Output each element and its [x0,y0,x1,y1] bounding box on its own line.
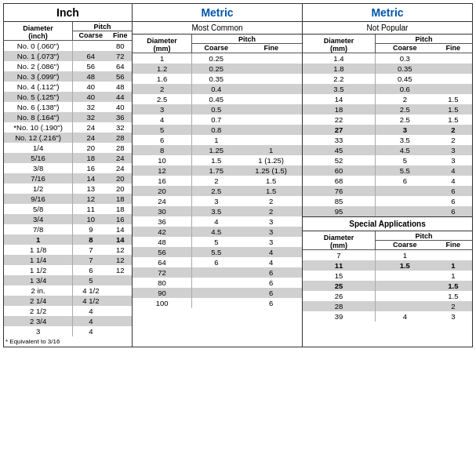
coarse-cell [192,298,241,308]
coarse-cell: 2.5 [192,186,241,196]
fine-cell: 6 [240,298,302,308]
fine-cell [240,104,302,114]
diameter-cell: 85 [303,196,375,206]
table-row: No. 0 (.060")80 [4,41,132,52]
inch-title: Inch [4,4,132,22]
table-row: 7/8914 [4,224,132,234]
diameter-cell: 4 [133,114,192,125]
diameter-cell: 3 [133,104,192,114]
fine-cell: 2 [240,206,302,216]
mnp-fine-header: Fine [434,44,472,53]
coarse-cell: 0.45 [375,74,434,84]
coarse-cell: 24 [73,133,109,143]
coarse-cell: 1.25 [192,145,241,155]
coarse-cell: 2 [375,94,434,104]
diameter-cell: 60 [303,165,375,176]
table-row: No. 6 (.138")3240 [4,102,132,112]
table-row: 3643 [133,216,302,227]
table-row: 222.51.5 [303,114,472,125]
diameter-cell: 1.4 [303,53,375,64]
coarse-cell: 7 [73,255,109,265]
coarse-cell: 4 [73,306,109,316]
sp-header-top: Diameter(mm) Pitch [303,231,472,241]
diameter-cell: 15 [303,271,375,281]
inch-dia-header: Diameter(inch) [4,22,73,41]
fine-cell: 1.5 [434,281,472,291]
diameter-cell: 2.5 [133,94,192,104]
fine-cell [240,84,302,94]
table-row: 333.52 [303,135,472,145]
table-row: 5/81118 [4,204,132,214]
table-row: 2.20.45 [303,74,472,84]
fine-cell: 6 [240,267,302,278]
diameter-cell: 80 [133,278,192,288]
diameter-cell: 3/4 [4,214,73,224]
coarse-cell [192,288,241,298]
coarse-cell: 6 [375,176,434,186]
diameter-cell: *No. 10 (.190") [4,122,73,133]
table-row: 5253 [303,155,472,165]
inch-table: Diameter(inch) Pitch Coarse Fine No. 0 (… [4,22,132,336]
table-row: 1621.5 [133,176,302,186]
diameter-cell: 1 1/4 [4,255,73,265]
diameter-cell: 5 [133,125,192,135]
fine-cell: 6 [434,196,472,206]
fine-cell: 1 (1.25) [240,155,302,165]
metric-common-subtitle: Most Common [133,22,302,35]
diameter-cell: 48 [133,237,192,247]
coarse-cell: 0.3 [375,53,434,64]
diameter-cell: 1 3/4 [4,275,73,285]
inch-pitch-header: Pitch [73,22,132,31]
fine-cell: 14 [109,234,132,245]
coarse-cell [192,278,241,288]
diameter-cell: 1 [133,53,192,64]
table-row: 10.25 [133,53,302,64]
coarse-cell: 4 [73,326,109,336]
coarse-cell: 2.5 [375,104,434,114]
fine-cell: 24 [109,163,132,173]
table-row: 20.4 [133,84,302,94]
fine-cell: 4 [434,165,472,176]
diameter-cell: 1/2 [4,183,73,194]
diameter-cell: No. 2 (.086") [4,61,73,71]
table-row: 5/161824 [4,153,132,163]
coarse-cell: 40 [73,82,109,92]
fine-cell: 18 [109,194,132,204]
diameter-cell: 95 [303,206,375,216]
coarse-cell [192,267,241,278]
diameter-cell: 72 [133,267,192,278]
diameter-cell: 68 [303,176,375,186]
fine-cell: 2 [434,125,472,135]
coarse-cell: 0.45 [192,94,241,104]
coarse-cell [375,196,434,206]
table-row: 1421.5 [303,94,472,104]
table-row: 4853 [133,237,302,247]
fine-cell: 1 [434,260,472,271]
fine-cell: 12 [109,255,132,265]
fine-cell [434,64,472,74]
table-row: 3943 [303,311,472,322]
coarse-cell: 4 1/2 [73,285,109,296]
inch-tbody: No. 0 (.060")80No. 1 (.073")6472No. 2 (.… [4,41,132,337]
table-row: 7/161420 [4,173,132,183]
fine-cell: 3 [240,227,302,237]
table-row: 202.51.5 [133,186,302,196]
fine-cell: 80 [109,41,132,52]
coarse-cell: 64 [73,51,109,61]
fine-cell: 72 [109,51,132,61]
metric-notpop-subtitle: Not Popular [303,22,472,35]
diameter-cell: 76 [303,186,375,196]
mc-coarse-header: Coarse [192,44,241,53]
fine-cell: 1.5 [434,94,472,104]
table-row: 2 3/44 [4,316,132,326]
coarse-cell: 40 [73,92,109,102]
sp-fine-header: Fine [434,241,472,250]
table-row: 251.5 [303,281,472,291]
diameter-cell: 27 [303,125,375,135]
table-row: 2 in.4 1/2 [4,285,132,296]
coarse-cell: 4 1/2 [73,296,109,306]
mc-dia-header: Diameter(mm) [133,35,192,53]
diameter-cell: No. 3 (.099") [4,71,73,82]
diameter-cell: 26 [303,291,375,301]
inch-section: Inch Diameter(inch) Pitch Coarse Fine No… [3,3,133,347]
